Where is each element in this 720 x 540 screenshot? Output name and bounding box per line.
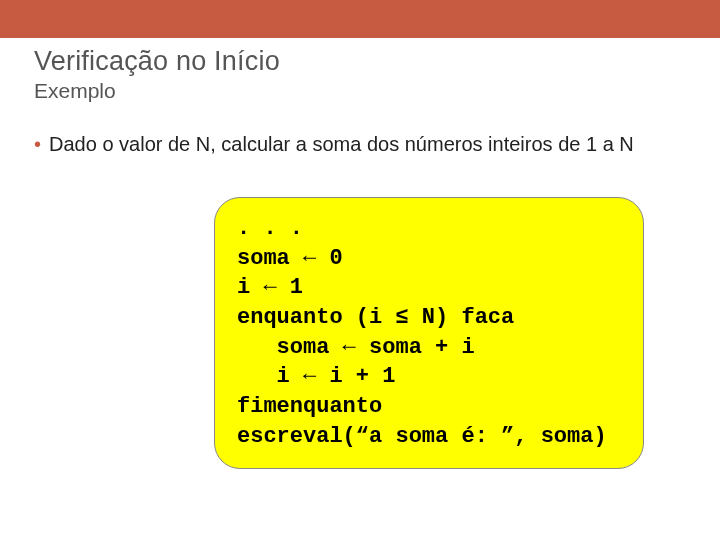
header-bar (0, 0, 720, 38)
bullet-item: • Dado o valor de N, calcular a soma dos… (34, 131, 686, 157)
code-line: fimenquanto (237, 394, 382, 419)
slide-title: Verificação no Início (34, 46, 686, 77)
code-line: i ← i + 1 (237, 364, 395, 389)
code-line: soma ← soma + i (237, 335, 475, 360)
bullet-dot-icon: • (34, 131, 41, 157)
code-line: soma ← 0 (237, 246, 343, 271)
code-line: escreval(“a soma é: ”, soma) (237, 424, 607, 449)
slide-content: Verificação no Início Exemplo • Dado o v… (0, 38, 720, 469)
code-line: enquanto (i ≤ N) faca (237, 305, 514, 330)
bullet-text: Dado o valor de N, calcular a soma dos n… (49, 131, 634, 157)
code-line: . . . (237, 216, 303, 241)
code-line: i ← 1 (237, 275, 303, 300)
pseudocode-box: . . . soma ← 0 i ← 1 enquanto (i ≤ N) fa… (214, 197, 644, 469)
slide-subtitle: Exemplo (34, 79, 686, 103)
